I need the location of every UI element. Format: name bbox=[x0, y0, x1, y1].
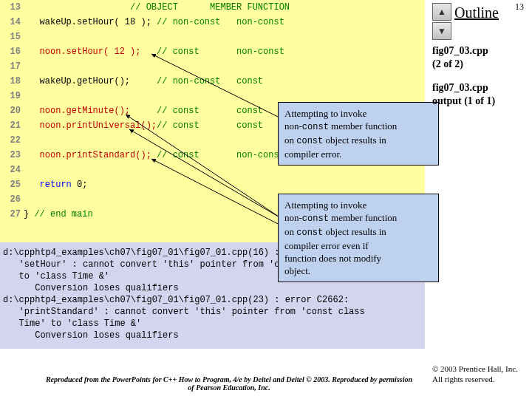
code-line: 13 // OBJECT MEMBER FUNCTION bbox=[0, 0, 290, 15]
right-panel: ▲ ▼ Outline 13 fig07_03.cpp (2 of 2) fig… bbox=[432, 0, 528, 399]
code-line: 22 bbox=[0, 133, 290, 148]
code-line: 27} // end main bbox=[0, 207, 290, 222]
code-line: 23 noon.printStandard(); // const non-co… bbox=[0, 148, 290, 163]
copyright: © 2003 Prentice Hall, Inc. All rights re… bbox=[432, 364, 528, 384]
nav-buttons: ▲ ▼ bbox=[432, 3, 451, 41]
code-line: 20 noon.getMinute(); // const const bbox=[0, 103, 290, 118]
outline-link[interactable]: Outline bbox=[454, 4, 499, 21]
code-line: 26 bbox=[0, 192, 290, 207]
code-line: 15 bbox=[0, 30, 290, 44]
code-line: 19 bbox=[0, 89, 290, 103]
code-line: 17 bbox=[0, 59, 290, 74]
callout-text: Attempting to invoke bbox=[284, 200, 366, 211]
code-line: 14 wakeUp.setHour( 18 ); // non-const no… bbox=[0, 15, 290, 30]
slide: 13 // OBJECT MEMBER FUNCTION14 wakeUp.se… bbox=[0, 0, 532, 399]
callout-2: Attempting to invoke non-const member fu… bbox=[278, 194, 439, 282]
code-line: 24 bbox=[0, 163, 290, 177]
nav-down-button[interactable]: ▼ bbox=[432, 22, 451, 40]
caption-2: fig07_03.cpp output (1 of 1) bbox=[432, 81, 495, 108]
page-number: 13 bbox=[515, 1, 524, 13]
callout-1: Attempting to invoke non-const member fu… bbox=[278, 102, 439, 166]
nav-up-button[interactable]: ▲ bbox=[432, 3, 451, 21]
caption-1: fig07_03.cpp (2 of 2) bbox=[432, 44, 495, 71]
chevron-down-icon: ▼ bbox=[437, 26, 446, 37]
code-lines: 13 // OBJECT MEMBER FUNCTION14 wakeUp.se… bbox=[0, 0, 290, 222]
code-line: 25 return 0; bbox=[0, 177, 290, 192]
captions: fig07_03.cpp (2 of 2) fig07_03.cpp outpu… bbox=[432, 44, 495, 118]
callout-text: Attempting to invoke bbox=[284, 108, 366, 119]
code-line: 21 noon.printUniversal();// const const bbox=[0, 118, 290, 133]
code-line: 16 noon.setHour( 12 ); // const non-cons… bbox=[0, 44, 290, 59]
chevron-up-icon: ▲ bbox=[437, 7, 446, 18]
reproduction-notice: Reproduced from the PowerPoints for C++ … bbox=[44, 375, 414, 392]
code-line: 18 wakeUp.getHour(); // non-const const bbox=[0, 74, 290, 89]
